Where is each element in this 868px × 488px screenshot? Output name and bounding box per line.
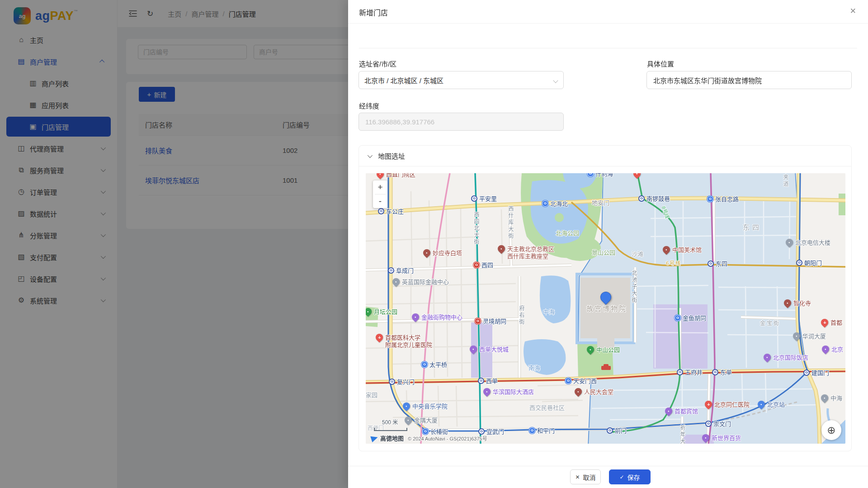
metro-station-icon: G (803, 370, 810, 376)
poi-glyph: ● (407, 419, 409, 422)
zoom-in-button[interactable]: + (373, 180, 387, 194)
map-station: G建国门 (803, 368, 829, 377)
metro-station-icon: G (712, 369, 718, 375)
map-poi: ●金隅大厦 (405, 417, 438, 424)
poi-glyph: ● (426, 251, 428, 254)
poi-label-line: 华润大厦 (802, 333, 826, 340)
poi-label-line: 金隅大厦 (414, 417, 438, 424)
map-poi: +首都医科大学附属北京儿童医院 (376, 334, 432, 348)
poi-marker-icon: ● (792, 331, 802, 341)
map-zoom-control: + - (373, 180, 387, 208)
map-station: G阜成门 (388, 266, 414, 275)
map-poi: ●北京电信大楼 (786, 239, 830, 246)
map-scale-label: 500 米 (382, 418, 398, 426)
map-station-label: 王府井 (685, 368, 703, 376)
close-icon[interactable]: ✕ (850, 7, 856, 15)
latlng-input (364, 118, 558, 126)
poi-marker-icon: ● (762, 352, 773, 363)
map-station-label: 东单 (720, 368, 732, 376)
map-station-label: 建国门 (811, 368, 829, 377)
region-cascader[interactable]: 北京市 / 北京城区 / 东城区 (359, 71, 564, 89)
poi-marker-icon: ● (820, 393, 830, 403)
map-poi: ●北京国际饭店 (764, 354, 808, 361)
map-poi-label: 北京同仁医院 (714, 401, 750, 408)
address-input[interactable] (652, 76, 846, 85)
poi-marker-icon: ● (756, 399, 767, 410)
map-poi: ●华润大厦 (793, 332, 826, 340)
map-station: G什刹海 (587, 173, 613, 178)
poi-marker-icon: ● (783, 298, 793, 308)
map-poi: ●中国美术馆 (663, 246, 702, 254)
map-station-label: 复兴门 (397, 377, 415, 386)
poi-label-line: 西单大悦城 (479, 346, 509, 353)
drawer-header: 新增门店 ✕ (348, 0, 868, 24)
poi-glyph: ● (636, 173, 638, 175)
poi-glyph: + (707, 402, 710, 407)
amap-logo-icon (370, 434, 379, 442)
poi-marker-icon: ● (401, 401, 412, 412)
poi-label-line: 北京电信大楼 (795, 239, 830, 246)
map-canvas[interactable]: G车公庄G平安里G北海北G南锣鼓巷G张自忠路G什刹海G阜成门G西四G东四G朝阳门… (366, 173, 845, 444)
map-poi-label: 中国美术馆 (672, 246, 702, 254)
map-station: G东单 (712, 368, 732, 376)
map-station-label: 阜成门 (396, 266, 414, 275)
map-text-label: 北池子大街 (630, 270, 638, 304)
metro-station-icon: G (587, 173, 594, 177)
map-poi: ●西直门院区 (377, 173, 415, 178)
metro-station-icon: G (638, 195, 645, 202)
poi-marker-icon: + (820, 317, 830, 328)
map-station-label: 灵境胡同 (483, 317, 506, 325)
map-poi-label: 北京电信大楼 (795, 239, 830, 246)
map-station: G王府井 (677, 368, 703, 376)
address-field[interactable] (646, 71, 852, 89)
map-text-label: 祈年大街 (679, 425, 686, 444)
poi-label-line: 妙应寺白塔 (433, 250, 462, 257)
poi-label-line: 附属北京儿童医院 (385, 341, 432, 349)
poi-marker-icon: + (703, 399, 714, 410)
save-button[interactable]: ✓ 保存 (609, 469, 651, 484)
poi-glyph: ● (825, 348, 826, 351)
poi-label-line: 首都宾馆 (675, 408, 698, 415)
poi-marker-icon: ● (482, 387, 492, 397)
poi-marker-icon: ● (585, 345, 596, 355)
map-station: G西四 (473, 261, 493, 269)
map-station: G东四 (708, 259, 727, 268)
map-station-label: 前门 (615, 426, 627, 435)
map-poi-label: 北京 (831, 346, 843, 353)
poi-glyph: ● (590, 348, 591, 351)
map-poi-label: 西单大悦城 (479, 346, 509, 353)
region-label: 选址省/市/区 (359, 59, 396, 68)
poi-label-line: 天主教北京总教区 (507, 246, 554, 253)
drawer-footer: ✕ 取消 ✓ 保存 (348, 466, 868, 488)
poi-label-line: 智化寺 (793, 300, 811, 307)
poi-glyph: ● (472, 348, 474, 351)
map-poi-label: 月坛公园 (374, 308, 397, 316)
metro-station-icon: G (607, 427, 613, 434)
poi-label-line: 人民大会堂 (584, 389, 613, 396)
metro-station-icon: G (473, 262, 480, 268)
map-station: G南锣鼓巷 (638, 194, 670, 203)
poi-marker-icon: ● (375, 173, 386, 179)
poi-glyph: ● (406, 405, 407, 407)
metro-station-icon: G (471, 195, 477, 202)
map-poi-label: 华润大厦 (802, 333, 826, 340)
map-poi-label: 首都宾馆 (675, 408, 698, 415)
map-text-label: 8号线 (660, 205, 672, 219)
poi-label-line: 北京 (831, 346, 843, 353)
map-poi: ●北京 (822, 346, 843, 353)
metro-station-icon: G (705, 421, 712, 427)
locate-button[interactable]: ⊕ (821, 420, 841, 440)
map-text-label: 家园 (366, 390, 377, 399)
map-panel-header[interactable]: 地图选址 (359, 146, 851, 166)
map-poi: ●华滨国际大酒店 (483, 388, 534, 396)
metro-station-icon: G (378, 208, 384, 214)
zoom-out-button[interactable]: - (373, 194, 387, 208)
poi-label-line: 西什库主教座堂 (507, 253, 554, 260)
cancel-button[interactable]: ✕ 取消 (570, 469, 601, 484)
save-label: 保存 (627, 473, 640, 482)
poi-glyph: ● (705, 436, 707, 439)
chevron-down-icon (553, 78, 558, 83)
map-poi: +北京同仁医院 (705, 401, 750, 408)
map-station: G西单 (478, 376, 498, 385)
map-station-label: 金鱼胡同 (683, 313, 706, 322)
